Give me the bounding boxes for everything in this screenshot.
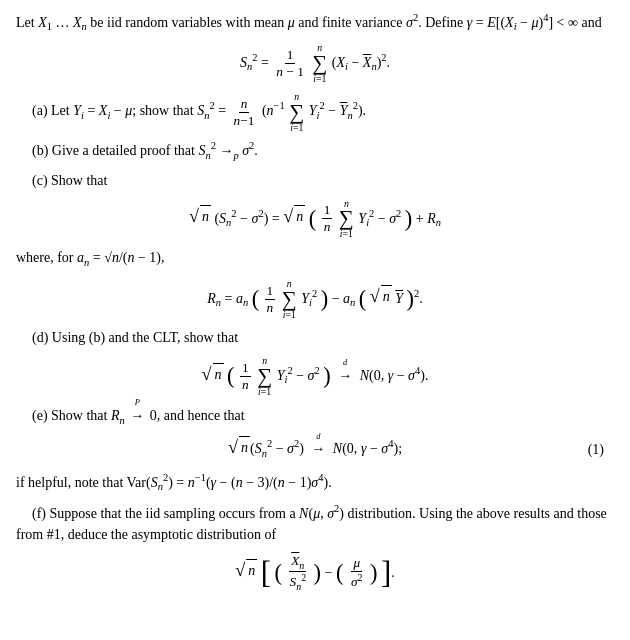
part-b-text: (b) Give a detailed proof that Sn2 →p σ2… bbox=[32, 143, 258, 158]
part-c-where: where, for an = √n/(n − 1), bbox=[16, 247, 614, 271]
part-f-eq: √ n [ ( Xn Sn2 ) − ( μ σ2 ) ]. bbox=[16, 553, 614, 594]
part-e-text: (e) Show that Rn P → 0, and hence that bbox=[32, 408, 245, 423]
rn-eq: Rn = an ( 1 n n ∑ i=1 Yi2 ) − an ( √ n Y… bbox=[16, 279, 614, 320]
part-c-text: (c) Show that bbox=[32, 173, 107, 188]
problem-container: Let X1 … Xn be iid random variables with… bbox=[16, 10, 614, 593]
sn-definition: Sn2 = 1 n − 1 n ∑ i=1 (Xi − Xn)2. bbox=[16, 43, 614, 84]
part-c: (c) Show that bbox=[16, 170, 614, 191]
part-e: (e) Show that Rn P → 0, and hence that bbox=[16, 405, 614, 429]
part-d-text: (d) Using (b) and the CLT, show that bbox=[32, 330, 238, 345]
part-a-text: (a) Let Yi = Xi − μ; show that Sn2 = n n… bbox=[32, 103, 366, 118]
part-c-eq1: √ n (Sn2 − σ2) = √ n ( 1 n n ∑ i=1 Yi2 −… bbox=[16, 199, 614, 240]
part-b: (b) Give a detailed proof that Sn2 →p σ2… bbox=[16, 138, 614, 163]
part-f-text: (f) Suppose that the iid sampling occurs… bbox=[16, 506, 607, 542]
intro-text: Let X1 … Xn be iid random variables with… bbox=[16, 10, 614, 35]
part-e-eq: √ n (Sn2 − σ2) d → N(0, γ − σ4); (1) bbox=[16, 436, 614, 461]
part-f: (f) Suppose that the iid sampling occurs… bbox=[16, 501, 614, 545]
part-d: (d) Using (b) and the CLT, show that bbox=[16, 327, 614, 348]
part-d-eq: √ n ( 1 n n ∑ i=1 Yi2 − σ2 ) d → N(0, γ … bbox=[16, 356, 614, 397]
part-a: (a) Let Yi = Xi − μ; show that Sn2 = n n… bbox=[16, 92, 614, 133]
part-e-note: if helpful, note that Var(Sn2) = n−1(γ −… bbox=[16, 470, 614, 495]
